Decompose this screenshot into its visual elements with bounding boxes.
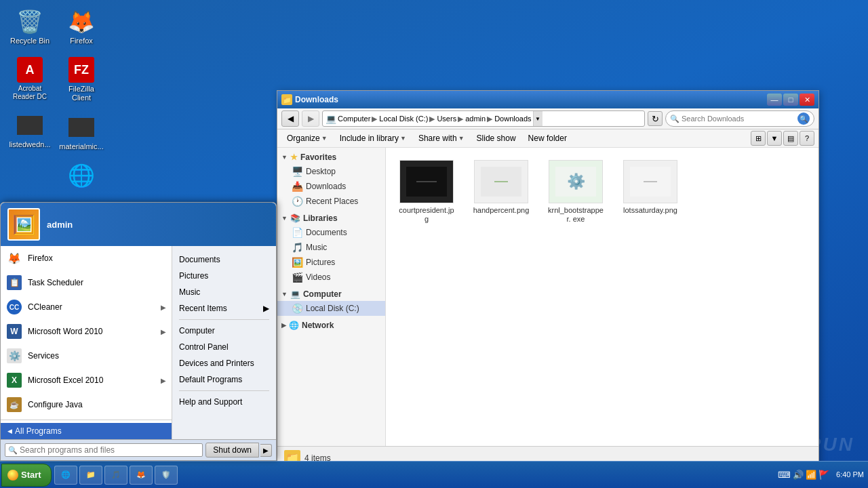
recycle-bin-icon: 🗑️ — [16, 8, 43, 35]
recent-places-nav-icon: 🕐 — [291, 196, 303, 207]
local-disk-icon: 💿 — [291, 303, 303, 314]
sm-right-default-programs[interactable]: Default Programs — [172, 371, 276, 388]
window-controls: — □ ✕ — [767, 94, 814, 106]
sm-right-recent-items[interactable]: Recent Items ▶ — [172, 300, 276, 317]
desktop-icon-listedwed[interactable]: listedwedn... — [5, 109, 54, 152]
include-library-label: Include in library — [340, 134, 399, 143]
nav-libraries-header[interactable]: ▼ 📚 Libraries — [277, 211, 385, 225]
taskbar-explorer[interactable]: 📁 — [79, 466, 102, 485]
desktop-icon-firefox[interactable]: 🦊 Firefox — [57, 5, 106, 48]
search-submit-button[interactable]: 🔍 — [797, 113, 810, 125]
taskbar-ie[interactable]: 🌐 — [54, 466, 77, 485]
nav-pane: ▼ ★ Favorites 🖥️ Desktop 📥 Downloads 🕐 R… — [277, 148, 386, 446]
tray-network-icon[interactable]: 📶 — [806, 470, 816, 480]
tray-volume-icon[interactable]: 🔊 — [793, 470, 804, 480]
menu-new-folder[interactable]: New folder — [523, 131, 572, 145]
breadcrumb-localdisk: Local Disk (C:) ▶ — [379, 115, 435, 123]
nav-computer-header[interactable]: ▼ 💻 Computer — [277, 287, 385, 301]
search-programs-input[interactable] — [20, 445, 199, 455]
sm-item-java[interactable]: ☕ Configure Java — [1, 392, 172, 417]
nav-favorites-header[interactable]: ▼ ★ Favorites — [277, 150, 385, 164]
sm-task-scheduler-icon: 📋 — [6, 274, 22, 291]
breadcrumb-sep-4: ▶ — [487, 115, 492, 123]
media-tb-icon: 🎵 — [111, 470, 121, 481]
sm-right-pictures[interactable]: Pictures — [172, 268, 276, 284]
desktop-icon-filezilla[interactable]: FZ FileZilla Client — [57, 54, 106, 105]
sm-item-word[interactable]: W Microsoft Word 2010 ▶ — [1, 319, 172, 344]
menu-slide-show[interactable]: Slide show — [471, 131, 521, 145]
view-change-btn[interactable]: ⊞ — [751, 131, 766, 146]
breadcrumb-computer: Computer ▶ — [338, 115, 378, 123]
taskbar-media[interactable]: 🎵 — [104, 466, 127, 485]
start-menu-body: 🦊 Firefox 📋 Task Scheduler CC CCleaner ▶ — [1, 246, 276, 439]
back-button[interactable]: ◀ — [281, 110, 299, 127]
view-dropdown-btn[interactable]: ▼ — [767, 131, 782, 146]
preview-pane-btn[interactable]: ▤ — [783, 131, 798, 146]
sm-right-help-support[interactable]: Help and Support — [172, 394, 276, 410]
acrobat-label: Acrobat Reader DC — [13, 85, 47, 101]
maximize-button[interactable]: □ — [783, 94, 798, 106]
minimize-button[interactable]: — — [767, 94, 782, 106]
sm-right-documents[interactable]: Documents — [172, 251, 276, 268]
desktop-icon-acrobat[interactable]: A Acrobat Reader DC — [5, 54, 54, 104]
nav-lib-documents[interactable]: 📄 Documents — [277, 225, 385, 240]
lib-pictures-icon: 🖼️ — [291, 257, 303, 268]
sm-right-music[interactable]: Music — [172, 284, 276, 300]
start-label: Start — [21, 470, 41, 480]
nav-local-disk[interactable]: 💿 Local Disk (C:) — [277, 301, 385, 316]
file-courtpresident[interactable]: courtpresident.jpg — [393, 155, 460, 229]
include-library-arrow-icon: ▼ — [400, 135, 406, 142]
listedwed-icon — [16, 112, 43, 139]
nav-lib-documents-label: Documents — [306, 228, 347, 237]
shutdown-button[interactable]: Shut down — [205, 443, 259, 458]
desktop-icon-recycle-bin[interactable]: 🗑️ Recycle Bin — [5, 5, 54, 48]
sm-item-task-scheduler[interactable]: 📋 Task Scheduler — [1, 270, 172, 295]
address-bar[interactable]: 💻 Computer ▶ Local Disk (C:) ▶ Users ▶ a… — [322, 110, 645, 127]
search-downloads-input[interactable] — [682, 115, 797, 123]
sm-item-firefox[interactable]: 🦊 Firefox — [1, 246, 172, 270]
start-button[interactable]: Start — [1, 464, 52, 487]
nav-desktop[interactable]: 🖥️ Desktop — [277, 164, 385, 179]
file-krnl[interactable]: ⚙️ krnl_bootstrapper. exe — [542, 155, 610, 229]
shutdown-arrow-button[interactable]: ▶ — [260, 444, 272, 457]
tray-clock: 6:40 PM — [836, 470, 864, 479]
share-with-label: Share with — [418, 134, 457, 143]
sm-java-icon: ☕ — [6, 396, 22, 413]
sm-recent-items-label: Recent Items — [179, 304, 227, 313]
lib-music-icon: 🎵 — [291, 242, 303, 253]
explorer-toolbar: ◀ ▶ 💻 Computer ▶ Local Disk (C:) ▶ Users… — [277, 108, 818, 129]
file-handpercent[interactable]: handpercent.png — [467, 155, 535, 229]
help-btn[interactable]: ? — [800, 131, 814, 146]
sm-item-excel[interactable]: X Microsoft Excel 2010 ▶ — [1, 368, 172, 392]
organize-label: Organize — [287, 134, 320, 143]
menu-share-with[interactable]: Share with ▼ — [413, 131, 470, 145]
forward-button[interactable]: ▶ — [302, 110, 319, 127]
sm-item-ccleaner[interactable]: CC CCleaner ▶ — [1, 295, 172, 319]
search-icon: 🔍 — [8, 446, 18, 455]
refresh-button[interactable]: ↻ — [648, 111, 663, 126]
nav-lib-pictures[interactable]: 🖼️ Pictures — [277, 255, 385, 270]
breadcrumb-downloads-label: Downloads — [494, 115, 531, 123]
sm-right-computer[interactable]: Computer — [172, 323, 276, 339]
file-name-courtpresident: courtpresident.jpg — [398, 206, 455, 224]
nav-downloads[interactable]: 📥 Downloads — [277, 179, 385, 194]
filezilla-label: FileZilla Client — [60, 85, 103, 102]
nav-lib-videos[interactable]: 🎬 Videos — [277, 270, 385, 285]
menu-organize[interactable]: Organize ▼ — [281, 131, 333, 145]
sm-right-control-panel[interactable]: Control Panel — [172, 339, 276, 355]
desktop-icon-material[interactable]: materialmic... — [57, 111, 106, 154]
nav-recent-places[interactable]: 🕐 Recent Places — [277, 194, 385, 209]
taskbar-shield[interactable]: 🛡️ — [155, 466, 178, 485]
menu-include-library[interactable]: Include in library ▼ — [334, 131, 412, 145]
sm-right-devices-printers[interactable]: Devices and Printers — [172, 355, 276, 371]
nav-network-header[interactable]: ▶ 🌐 Network — [277, 319, 385, 332]
file-lotssaturday[interactable]: lotssaturday.png — [616, 155, 684, 229]
computer-label: Computer — [303, 289, 342, 299]
sm-all-programs[interactable]: ◀ All Programs — [1, 423, 172, 439]
sm-item-services[interactable]: ⚙️ Services — [1, 344, 172, 368]
taskbar-firefox[interactable]: 🦊 — [130, 466, 153, 485]
address-bar-dropdown[interactable]: ▼ — [533, 111, 542, 126]
desktop-icon-chrome[interactable]: 🌐 — [57, 159, 106, 193]
close-button[interactable]: ✕ — [800, 94, 814, 106]
nav-lib-music[interactable]: 🎵 Music — [277, 240, 385, 255]
